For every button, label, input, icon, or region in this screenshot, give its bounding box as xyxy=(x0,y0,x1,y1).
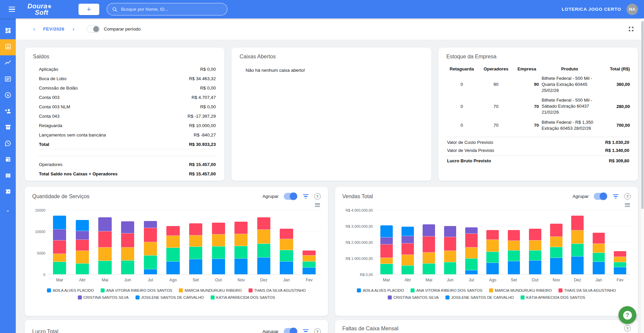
sidebar-item-whatsapp[interactable] xyxy=(0,136,16,152)
legend-item[interactable]: ANA VITORIA RIBEIRO DOS SANTOS xyxy=(101,288,172,292)
filter-icon[interactable] xyxy=(612,193,619,199)
bar-segment xyxy=(303,268,316,274)
avatar[interactable]: NA xyxy=(627,4,638,15)
chart-menu-icon[interactable] xyxy=(625,203,630,207)
sidebar-item-finance[interactable]: $ xyxy=(0,88,16,104)
estoque-column-header: Operadores xyxy=(480,66,512,71)
x-axis-label: Jul xyxy=(461,278,482,282)
saldo-value: R$ 30.933,23 xyxy=(189,142,216,147)
saldo-row: TotalR$ 30.933,23 xyxy=(39,140,216,149)
legend-item[interactable]: ANA VITORIA RIBEIRO DOS SANTOS xyxy=(411,288,482,292)
add-button[interactable]: + xyxy=(78,4,99,15)
legend-item[interactable]: JOSILENE SANTOS DE CARVALHO xyxy=(445,295,514,299)
stacked-bar-Dez xyxy=(571,210,584,274)
y-axis-tick-label: 5000 xyxy=(37,251,45,255)
saldo-label: Aplicação xyxy=(39,67,58,72)
sidebar-item-records[interactable] xyxy=(0,71,16,88)
sidebar-item-map[interactable] xyxy=(0,168,16,184)
legend-series-name: CRISTINA SANTOS SILVA xyxy=(84,295,129,299)
sidebar-item-dashboard[interactable] xyxy=(0,23,16,39)
stacked-bar-Fev xyxy=(303,210,316,274)
estoque-summary-row: Valor de Venda PrevistoR$ 1.340,00 xyxy=(446,147,630,155)
legend-color-swatch xyxy=(249,288,253,292)
legend-item[interactable]: MARCIA MUNDURUKU RIBEIRO xyxy=(179,288,241,292)
bar-segment xyxy=(529,240,541,251)
bar-segment xyxy=(444,262,457,274)
search-bar[interactable] xyxy=(107,3,227,15)
legend-series-name: MARCIA MUNDURUKU RIBEIRO xyxy=(495,288,552,292)
legend-item[interactable]: CRISTINA SANTOS SILVA xyxy=(388,295,439,299)
legend-item[interactable]: THAIS DA SILVA AGUSTINHO xyxy=(558,288,616,292)
agrupar-toggle[interactable] xyxy=(284,193,297,200)
saldo-value: R$ 10.000,00 xyxy=(189,123,216,128)
previous-period-button[interactable]: ‹ xyxy=(30,24,39,34)
x-axis-label: Jun xyxy=(116,278,139,282)
support-help-button[interactable]: ? xyxy=(619,306,636,324)
y-axis-tick-label: 10000 xyxy=(35,230,45,234)
bar-segment xyxy=(280,239,293,250)
help-icon[interactable]: ? xyxy=(624,325,631,332)
stacked-bar-Out xyxy=(529,210,541,274)
filter-icon[interactable] xyxy=(302,329,309,333)
sidebar-item-reports[interactable] xyxy=(0,39,16,55)
x-axis-labels: MarAbrMaiJunJulAgoSetOutNovDezJanFev xyxy=(48,278,321,282)
bar-slot-Ago xyxy=(162,210,184,274)
sidebar-item-add-person[interactable] xyxy=(0,104,16,120)
legend-item[interactable]: MARCIA MUNDURUKU RIBEIRO xyxy=(489,288,552,292)
bar-segment xyxy=(280,250,293,262)
estoque-produto: Bilhete Federal - 500 Mil - Sábado Extra… xyxy=(542,97,598,115)
bar-segment xyxy=(212,246,225,259)
legend-item[interactable]: KÁTIA APARECIDA DOS SANTOS xyxy=(521,295,585,299)
next-period-button[interactable]: › xyxy=(69,24,78,34)
fullscreen-icon[interactable] xyxy=(628,26,634,32)
bar-segment xyxy=(144,256,157,269)
help-icon[interactable]: ? xyxy=(314,193,321,200)
bar-segment xyxy=(508,241,520,251)
filter-icon[interactable] xyxy=(302,193,309,199)
saldo-row: Comissão de BolãoR$ 0,00 xyxy=(39,83,216,93)
legend-item[interactable]: JOSILENE SANTOS DE CARVALHO xyxy=(136,295,204,299)
x-axis-label: Mar xyxy=(376,278,397,282)
sidebar-expand-button[interactable] xyxy=(0,204,16,220)
help-icon[interactable]: ? xyxy=(624,193,631,200)
sidebar-item-wallet[interactable] xyxy=(0,184,16,200)
bar-segment xyxy=(212,259,225,274)
estoque-row: 07070Bilhete Federal - 500 Mil - Sábado … xyxy=(446,95,630,117)
sidebar-item-calendar[interactable] xyxy=(0,152,16,168)
bar-segment xyxy=(593,253,605,262)
x-axis-label: Abr xyxy=(71,278,94,282)
legend-item[interactable]: KÁTIA APARECIDA DOS SANTOS xyxy=(211,295,275,299)
saldo-value: R$ 15.457,00 xyxy=(189,162,216,167)
legend-item[interactable]: CRISTINA SANTOS SILVA xyxy=(78,295,129,299)
estoque-total: 700,00 xyxy=(600,123,630,128)
compare-period-toggle[interactable] xyxy=(87,25,100,33)
bar-segment xyxy=(529,251,541,261)
bar-segment xyxy=(529,261,541,274)
sidebar-item-performance[interactable] xyxy=(0,55,16,71)
scrollbar-thumb[interactable] xyxy=(641,21,644,209)
y-axis-tick-label: R$ 3.000.000,00 xyxy=(345,224,373,228)
saldo-value: R$ 34.463,32 xyxy=(189,76,216,81)
period-label[interactable]: FEV/2026 xyxy=(43,26,64,32)
search-input[interactable] xyxy=(120,6,222,12)
bar-segment xyxy=(508,251,520,261)
help-icon[interactable]: ? xyxy=(314,328,321,333)
list-card-icon xyxy=(4,75,11,84)
menu-icon[interactable] xyxy=(4,7,19,12)
lucro-total-chart-card: Lucro Total Agrupar ? xyxy=(25,320,328,333)
saldo-value: R$ -17.397,29 xyxy=(187,114,216,119)
bar-segment xyxy=(76,251,89,264)
chart-menu-icon[interactable] xyxy=(315,203,320,207)
saldo-label: Retaguarda xyxy=(39,123,62,128)
bar-segment xyxy=(465,227,478,234)
legend-series-name: JOSILENE SANTOS DE CARVALHO xyxy=(451,295,514,299)
legend-item[interactable]: ADILA ALVES PLACIDO xyxy=(47,288,94,292)
agrupar-toggle[interactable] xyxy=(594,193,607,200)
legend-item[interactable]: ADILA ALVES PLACIDO xyxy=(357,288,404,292)
legend-color-swatch xyxy=(411,288,415,292)
legend-item[interactable]: THAIS DA SILVA AGUSTINHO xyxy=(249,288,306,292)
agrupar-toggle[interactable] xyxy=(284,328,297,333)
sidebar-item-inventory[interactable] xyxy=(0,120,16,136)
bar-segment xyxy=(166,262,179,274)
summary-label: Valor de Custo Previsto xyxy=(447,140,493,145)
